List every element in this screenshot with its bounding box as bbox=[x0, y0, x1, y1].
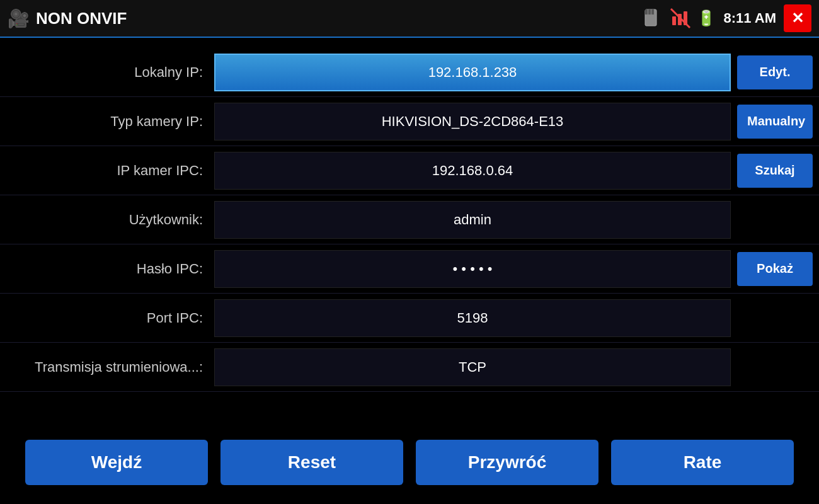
close-button[interactable]: ✕ bbox=[784, 4, 811, 32]
title-right: 🔋 8:11 AM ✕ bbox=[641, 4, 811, 32]
action-btn-manualny[interactable]: Manualny bbox=[737, 105, 813, 139]
form-row: Port IPC:5198 bbox=[0, 294, 819, 343]
sd-card-icon bbox=[641, 7, 664, 30]
rate-button[interactable]: Rate bbox=[611, 440, 794, 485]
action-btn-pokaż[interactable]: Pokaż bbox=[737, 252, 813, 286]
form-row: Typ kamery IP:HIKVISION_DS-2CD864-E13Man… bbox=[0, 97, 819, 146]
form-row: Transmisja strumieniowa...:TCP bbox=[0, 343, 819, 392]
form-label-1: Typ kamery IP: bbox=[0, 113, 214, 130]
form-label-6: Transmisja strumieniowa...: bbox=[0, 359, 214, 375]
wejdz-button[interactable]: Wejdź bbox=[25, 440, 208, 485]
reset-button[interactable]: Reset bbox=[220, 440, 403, 485]
battery-icon: 🔋 bbox=[697, 9, 716, 27]
form-value-5: 5198 bbox=[214, 299, 731, 337]
form-action-1: Manualny bbox=[731, 105, 819, 139]
svg-rect-1 bbox=[645, 9, 648, 14]
form-label-3: Użytkownik: bbox=[0, 212, 214, 228]
svg-rect-4 bbox=[672, 16, 676, 25]
form-value-6: TCP bbox=[214, 348, 731, 386]
form-label-5: Port IPC: bbox=[0, 310, 214, 326]
form-row: Lokalny IP:192.168.1.238Edyt. bbox=[0, 48, 819, 97]
form-action-2: Szukaj bbox=[731, 154, 819, 188]
form-value-1[interactable]: HIKVISION_DS-2CD864-E13 bbox=[214, 103, 731, 140]
form-value-4[interactable]: • • • • • bbox=[214, 250, 731, 288]
form-action-4: Pokaż bbox=[731, 252, 819, 286]
form-row: Użytkownik:admin bbox=[0, 195, 819, 244]
bottom-bar: Wejdź Reset Przywróć Rate bbox=[0, 440, 819, 485]
form-value-0[interactable]: 192.168.1.238 bbox=[214, 54, 731, 91]
form-action-0: Edyt. bbox=[731, 55, 819, 89]
title-bar: 🎥 NON ONVIF 🔋 8:11 AM ✕ bbox=[0, 0, 819, 38]
form-row: IP kamer IPC:192.168.0.64Szukaj bbox=[0, 146, 819, 195]
action-btn-szukaj[interactable]: Szukaj bbox=[737, 154, 813, 188]
form-row: Hasło IPC:• • • • •Pokaż bbox=[0, 244, 819, 294]
form-label-2: IP kamer IPC: bbox=[0, 163, 214, 179]
no-network-icon bbox=[669, 7, 692, 30]
main-form: Lokalny IP:192.168.1.238Edyt.Typ kamery … bbox=[0, 38, 819, 402]
form-value-3: admin bbox=[214, 201, 731, 239]
form-label-4: Hasło IPC: bbox=[0, 261, 214, 277]
svg-rect-2 bbox=[648, 9, 651, 14]
svg-rect-3 bbox=[651, 9, 654, 14]
title-left: 🎥 NON ONVIF bbox=[8, 8, 127, 29]
time-display: 8:11 AM bbox=[723, 10, 776, 26]
app-icon: 🎥 bbox=[8, 8, 30, 29]
form-value-2[interactable]: 192.168.0.64 bbox=[214, 152, 731, 190]
app-title: NON ONVIF bbox=[36, 9, 127, 28]
przywroc-button[interactable]: Przywróć bbox=[416, 440, 598, 485]
form-label-0: Lokalny IP: bbox=[0, 64, 214, 81]
action-btn-edyt.[interactable]: Edyt. bbox=[737, 55, 813, 89]
